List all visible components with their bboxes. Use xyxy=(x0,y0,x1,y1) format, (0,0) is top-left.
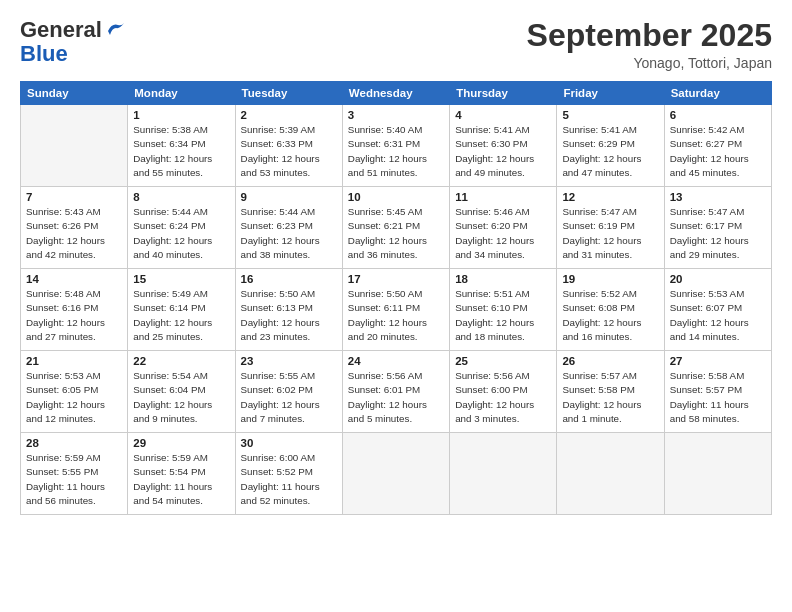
day-info: Sunrise: 5:50 AM Sunset: 6:11 PM Dayligh… xyxy=(348,287,444,344)
day-info: Sunrise: 5:57 AM Sunset: 5:58 PM Dayligh… xyxy=(562,369,658,426)
calendar-header-row: Sunday Monday Tuesday Wednesday Thursday… xyxy=(21,82,772,105)
table-row: 19Sunrise: 5:52 AM Sunset: 6:08 PM Dayli… xyxy=(557,269,664,351)
day-number: 23 xyxy=(241,355,337,367)
table-row: 23Sunrise: 5:55 AM Sunset: 6:02 PM Dayli… xyxy=(235,351,342,433)
day-number: 13 xyxy=(670,191,766,203)
day-info: Sunrise: 5:43 AM Sunset: 6:26 PM Dayligh… xyxy=(26,205,122,262)
calendar-week-row: 1Sunrise: 5:38 AM Sunset: 6:34 PM Daylig… xyxy=(21,105,772,187)
day-number: 24 xyxy=(348,355,444,367)
day-number: 30 xyxy=(241,437,337,449)
month-title: September 2025 xyxy=(527,18,772,53)
day-info: Sunrise: 5:44 AM Sunset: 6:24 PM Dayligh… xyxy=(133,205,229,262)
day-info: Sunrise: 5:48 AM Sunset: 6:16 PM Dayligh… xyxy=(26,287,122,344)
day-info: Sunrise: 5:55 AM Sunset: 6:02 PM Dayligh… xyxy=(241,369,337,426)
col-monday: Monday xyxy=(128,82,235,105)
day-number: 19 xyxy=(562,273,658,285)
day-info: Sunrise: 5:56 AM Sunset: 6:01 PM Dayligh… xyxy=(348,369,444,426)
calendar-table: Sunday Monday Tuesday Wednesday Thursday… xyxy=(20,81,772,515)
table-row: 8Sunrise: 5:44 AM Sunset: 6:24 PM Daylig… xyxy=(128,187,235,269)
page: General Blue September 2025 Yonago, Tott… xyxy=(0,0,792,612)
day-number: 7 xyxy=(26,191,122,203)
day-number: 28 xyxy=(26,437,122,449)
day-info: Sunrise: 5:59 AM Sunset: 5:55 PM Dayligh… xyxy=(26,451,122,508)
logo: General Blue xyxy=(20,18,126,66)
table-row: 24Sunrise: 5:56 AM Sunset: 6:01 PM Dayli… xyxy=(342,351,449,433)
day-info: Sunrise: 5:42 AM Sunset: 6:27 PM Dayligh… xyxy=(670,123,766,180)
col-tuesday: Tuesday xyxy=(235,82,342,105)
day-info: Sunrise: 5:47 AM Sunset: 6:19 PM Dayligh… xyxy=(562,205,658,262)
table-row xyxy=(450,433,557,515)
table-row: 21Sunrise: 5:53 AM Sunset: 6:05 PM Dayli… xyxy=(21,351,128,433)
day-number: 3 xyxy=(348,109,444,121)
calendar-week-row: 21Sunrise: 5:53 AM Sunset: 6:05 PM Dayli… xyxy=(21,351,772,433)
day-info: Sunrise: 5:40 AM Sunset: 6:31 PM Dayligh… xyxy=(348,123,444,180)
day-number: 27 xyxy=(670,355,766,367)
col-saturday: Saturday xyxy=(664,82,771,105)
day-number: 14 xyxy=(26,273,122,285)
table-row: 29Sunrise: 5:59 AM Sunset: 5:54 PM Dayli… xyxy=(128,433,235,515)
table-row: 22Sunrise: 5:54 AM Sunset: 6:04 PM Dayli… xyxy=(128,351,235,433)
day-number: 15 xyxy=(133,273,229,285)
table-row: 26Sunrise: 5:57 AM Sunset: 5:58 PM Dayli… xyxy=(557,351,664,433)
table-row: 12Sunrise: 5:47 AM Sunset: 6:19 PM Dayli… xyxy=(557,187,664,269)
table-row: 3Sunrise: 5:40 AM Sunset: 6:31 PM Daylig… xyxy=(342,105,449,187)
day-info: Sunrise: 5:59 AM Sunset: 5:54 PM Dayligh… xyxy=(133,451,229,508)
day-info: Sunrise: 6:00 AM Sunset: 5:52 PM Dayligh… xyxy=(241,451,337,508)
day-info: Sunrise: 5:46 AM Sunset: 6:20 PM Dayligh… xyxy=(455,205,551,262)
day-info: Sunrise: 5:51 AM Sunset: 6:10 PM Dayligh… xyxy=(455,287,551,344)
table-row: 13Sunrise: 5:47 AM Sunset: 6:17 PM Dayli… xyxy=(664,187,771,269)
table-row: 27Sunrise: 5:58 AM Sunset: 5:57 PM Dayli… xyxy=(664,351,771,433)
day-number: 26 xyxy=(562,355,658,367)
day-number: 18 xyxy=(455,273,551,285)
table-row: 18Sunrise: 5:51 AM Sunset: 6:10 PM Dayli… xyxy=(450,269,557,351)
table-row: 25Sunrise: 5:56 AM Sunset: 6:00 PM Dayli… xyxy=(450,351,557,433)
day-number: 9 xyxy=(241,191,337,203)
day-info: Sunrise: 5:53 AM Sunset: 6:07 PM Dayligh… xyxy=(670,287,766,344)
day-info: Sunrise: 5:45 AM Sunset: 6:21 PM Dayligh… xyxy=(348,205,444,262)
table-row xyxy=(21,105,128,187)
day-number: 6 xyxy=(670,109,766,121)
day-info: Sunrise: 5:56 AM Sunset: 6:00 PM Dayligh… xyxy=(455,369,551,426)
table-row: 4Sunrise: 5:41 AM Sunset: 6:30 PM Daylig… xyxy=(450,105,557,187)
day-info: Sunrise: 5:41 AM Sunset: 6:30 PM Dayligh… xyxy=(455,123,551,180)
table-row: 10Sunrise: 5:45 AM Sunset: 6:21 PM Dayli… xyxy=(342,187,449,269)
day-info: Sunrise: 5:41 AM Sunset: 6:29 PM Dayligh… xyxy=(562,123,658,180)
col-sunday: Sunday xyxy=(21,82,128,105)
col-friday: Friday xyxy=(557,82,664,105)
table-row xyxy=(557,433,664,515)
calendar-week-row: 7Sunrise: 5:43 AM Sunset: 6:26 PM Daylig… xyxy=(21,187,772,269)
col-thursday: Thursday xyxy=(450,82,557,105)
table-row: 16Sunrise: 5:50 AM Sunset: 6:13 PM Dayli… xyxy=(235,269,342,351)
table-row: 7Sunrise: 5:43 AM Sunset: 6:26 PM Daylig… xyxy=(21,187,128,269)
day-number: 17 xyxy=(348,273,444,285)
logo-bird-icon xyxy=(104,21,126,39)
day-number: 16 xyxy=(241,273,337,285)
table-row: 6Sunrise: 5:42 AM Sunset: 6:27 PM Daylig… xyxy=(664,105,771,187)
table-row: 28Sunrise: 5:59 AM Sunset: 5:55 PM Dayli… xyxy=(21,433,128,515)
day-number: 29 xyxy=(133,437,229,449)
table-row: 5Sunrise: 5:41 AM Sunset: 6:29 PM Daylig… xyxy=(557,105,664,187)
calendar-week-row: 14Sunrise: 5:48 AM Sunset: 6:16 PM Dayli… xyxy=(21,269,772,351)
day-number: 4 xyxy=(455,109,551,121)
table-row xyxy=(342,433,449,515)
day-number: 5 xyxy=(562,109,658,121)
day-number: 10 xyxy=(348,191,444,203)
day-info: Sunrise: 5:49 AM Sunset: 6:14 PM Dayligh… xyxy=(133,287,229,344)
day-info: Sunrise: 5:47 AM Sunset: 6:17 PM Dayligh… xyxy=(670,205,766,262)
table-row: 30Sunrise: 6:00 AM Sunset: 5:52 PM Dayli… xyxy=(235,433,342,515)
calendar-week-row: 28Sunrise: 5:59 AM Sunset: 5:55 PM Dayli… xyxy=(21,433,772,515)
col-wednesday: Wednesday xyxy=(342,82,449,105)
table-row: 20Sunrise: 5:53 AM Sunset: 6:07 PM Dayli… xyxy=(664,269,771,351)
day-info: Sunrise: 5:53 AM Sunset: 6:05 PM Dayligh… xyxy=(26,369,122,426)
day-info: Sunrise: 5:39 AM Sunset: 6:33 PM Dayligh… xyxy=(241,123,337,180)
day-number: 22 xyxy=(133,355,229,367)
table-row xyxy=(664,433,771,515)
day-number: 25 xyxy=(455,355,551,367)
title-block: September 2025 Yonago, Tottori, Japan xyxy=(527,18,772,71)
table-row: 2Sunrise: 5:39 AM Sunset: 6:33 PM Daylig… xyxy=(235,105,342,187)
table-row: 9Sunrise: 5:44 AM Sunset: 6:23 PM Daylig… xyxy=(235,187,342,269)
table-row: 17Sunrise: 5:50 AM Sunset: 6:11 PM Dayli… xyxy=(342,269,449,351)
day-number: 1 xyxy=(133,109,229,121)
day-number: 20 xyxy=(670,273,766,285)
day-info: Sunrise: 5:38 AM Sunset: 6:34 PM Dayligh… xyxy=(133,123,229,180)
